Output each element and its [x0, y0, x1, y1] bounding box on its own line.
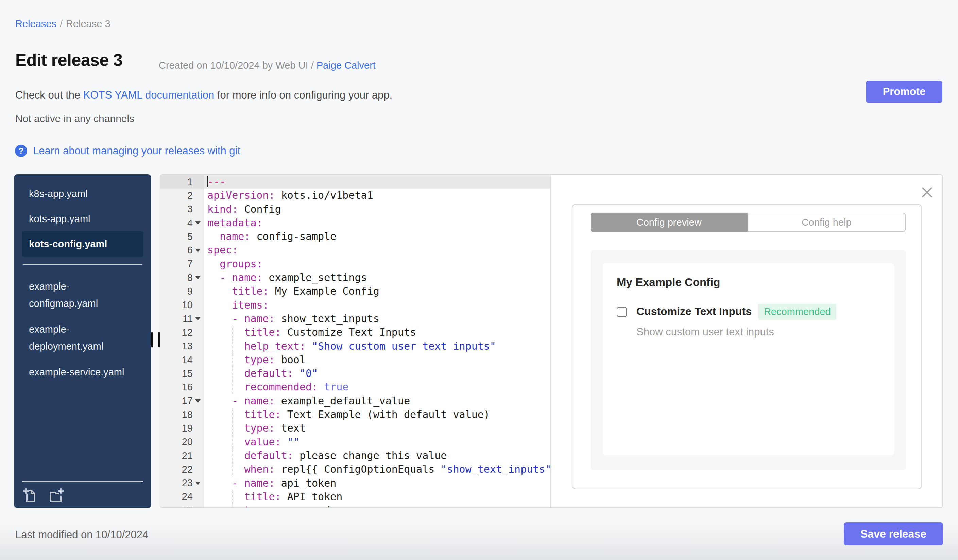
indent-guide [232, 462, 233, 476]
fold-spacer [193, 367, 204, 380]
config-item-help-text: Show custom user text inputs [636, 326, 880, 338]
code-text[interactable]: title: Customize Text Inputs [204, 326, 550, 339]
code-text[interactable]: title: My Example Config [204, 285, 550, 298]
config-group-card: My Example Config Customize Text InputsR… [603, 263, 894, 456]
indent-guide [232, 353, 233, 367]
indent-guide [232, 340, 233, 353]
code-text[interactable]: when: repl{{ ConfigOptionEquals "show_te… [204, 462, 550, 476]
resize-handle-left[interactable] [151, 332, 160, 347]
created-author-link[interactable]: Paige Calvert [317, 60, 376, 71]
add-file-icon[interactable] [22, 487, 38, 503]
code-text[interactable]: - name: example_default_value [204, 394, 550, 408]
code-line: 13 help_text: "Show custom user text inp… [160, 340, 550, 353]
gutter-cell: 23 [160, 476, 204, 490]
fold-arrow-icon[interactable] [193, 243, 204, 257]
indent-guide [232, 435, 233, 449]
code-line: 4metadata: [160, 216, 550, 230]
fold-arrow-icon[interactable] [193, 476, 204, 490]
code-text[interactable]: help_text: "Show custom user text inputs… [204, 340, 550, 353]
code-line: 7 groups: [160, 257, 550, 271]
add-folder-icon[interactable] [47, 487, 63, 503]
line-number: 23 [182, 478, 193, 489]
promote-button[interactable]: Promote [866, 81, 942, 103]
line-number: 7 [187, 258, 193, 269]
code-text[interactable]: kind: Config [204, 202, 550, 216]
kots-yaml-docs-link[interactable]: KOTS YAML documentation [83, 89, 214, 101]
file-item-example-service[interactable]: example-service.yaml [22, 359, 143, 385]
code-line: 19 type: text [160, 421, 550, 435]
code-text[interactable]: type: password [204, 504, 550, 507]
file-item-kots-app[interactable]: kots-app.yaml [22, 206, 143, 231]
config-item-label: Customize Text InputsRecommended [636, 304, 836, 320]
indent-guide [232, 504, 233, 507]
close-icon[interactable] [921, 186, 934, 199]
indent-guide [232, 449, 233, 462]
code-text[interactable]: metadata: [204, 216, 550, 230]
fold-spacer [193, 380, 204, 394]
git-releases-link[interactable]: Learn about managing your releases with … [33, 145, 240, 157]
fold-spacer [193, 490, 204, 504]
fold-arrow-icon[interactable] [193, 216, 204, 230]
fold-spacer [193, 435, 204, 449]
fold-spacer [193, 326, 204, 339]
file-item-kots-config-selected[interactable]: kots-config.yaml [22, 231, 143, 256]
code-line: 8 - name: example_settings [160, 271, 550, 285]
config-item-row: Customize Text InputsRecommended [617, 304, 880, 320]
indent-guide [232, 421, 233, 435]
code-text[interactable]: recommended: true [204, 380, 550, 394]
code-text[interactable]: default: "0" [204, 367, 550, 380]
created-info: Created on 10/10/2024 by Web UI / Paige … [159, 60, 376, 71]
code-text[interactable]: - name: api_token [204, 476, 550, 490]
code-text[interactable]: name: config-sample [204, 230, 550, 243]
code-text[interactable]: - name: show_text_inputs [204, 312, 550, 326]
code-text[interactable]: type: text [204, 421, 550, 435]
save-release-button[interactable]: Save release [844, 522, 943, 546]
tab-config-help[interactable]: Config help [747, 213, 906, 232]
tab-config-preview[interactable]: Config preview [590, 213, 747, 232]
code-text[interactable]: groups: [204, 257, 550, 271]
code-text[interactable]: --- [204, 175, 550, 188]
git-help-row: ? Learn about managing your releases wit… [15, 145, 240, 157]
fold-spacer [193, 340, 204, 353]
gutter-cell: 11 [160, 312, 204, 326]
config-group-title: My Example Config [617, 276, 880, 289]
file-item-example-configmap[interactable]: example-configmap.yaml [22, 274, 143, 316]
file-item-example-deployment[interactable]: example-deployment.yaml [22, 316, 143, 359]
line-number: 16 [182, 381, 193, 393]
code-line: 24 title: API token [160, 490, 550, 504]
line-number: 10 [182, 299, 193, 310]
code-text[interactable]: items: [204, 298, 550, 312]
fold-spacer [193, 285, 204, 298]
code-text[interactable]: type: bool [204, 353, 550, 367]
line-number: 13 [182, 340, 193, 352]
fold-arrow-icon[interactable] [193, 271, 204, 285]
breadcrumb-releases-link[interactable]: Releases [15, 18, 56, 29]
code-text[interactable]: value: "" [204, 435, 550, 449]
line-number: 18 [182, 409, 193, 420]
code-text[interactable]: title: API token [204, 490, 550, 504]
code-text[interactable]: - name: example_settings [204, 271, 550, 285]
gutter-cell: 15 [160, 367, 204, 380]
fold-arrow-icon[interactable] [193, 312, 204, 326]
fold-spacer [193, 504, 204, 507]
line-number: 1 [187, 176, 193, 188]
code-text[interactable]: spec: [204, 243, 550, 257]
file-item-k8s-app[interactable]: k8s-app.yaml [22, 181, 143, 206]
code-text[interactable]: title: Text Example (with default value) [204, 408, 550, 421]
gutter-cell: 7 [160, 257, 204, 271]
code-line: 17 - name: example_default_value [160, 394, 550, 408]
yaml-editor[interactable]: 1---2apiVersion: kots.io/v1beta13kind: C… [160, 175, 550, 507]
sidebar-footer [22, 481, 143, 508]
code-text[interactable]: default: please change this value [204, 449, 550, 462]
customize-text-inputs-checkbox[interactable] [617, 307, 627, 317]
code-text[interactable]: apiVersion: kots.io/v1beta1 [204, 188, 550, 202]
gutter-cell: 21 [160, 449, 204, 462]
config-preview-card: Config preview Config help My Example Co… [572, 204, 922, 489]
fold-arrow-icon[interactable] [193, 394, 204, 408]
gutter-cell: 3 [160, 202, 204, 216]
gutter-cell: 20 [160, 435, 204, 449]
gutter-cell: 10 [160, 298, 204, 312]
fold-spacer [193, 298, 204, 312]
code-line: 16 recommended: true [160, 380, 550, 394]
indent-guide [232, 367, 233, 380]
